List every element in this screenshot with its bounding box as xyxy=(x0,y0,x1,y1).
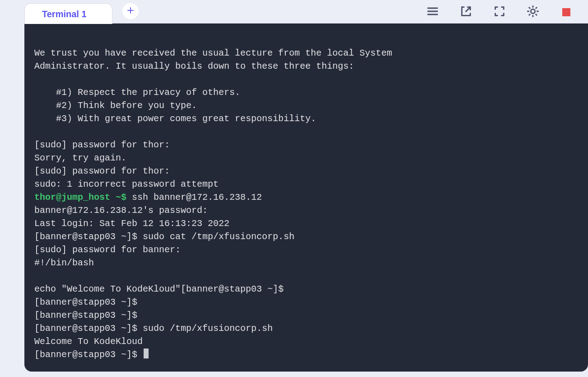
terminal-text: [banner@stapp03 ~]$ sudo /tmp/xfusioncor… xyxy=(34,323,273,334)
terminal-text: [sudo] password for banner: xyxy=(34,245,186,255)
terminal-line: [banner@stapp03 ~]$ xyxy=(34,309,578,322)
menu-button[interactable] xyxy=(425,4,441,20)
terminal-text: We trust you have received the usual lec… xyxy=(34,48,392,58)
terminal-line xyxy=(34,125,578,138)
terminal-line: Last login: Sat Feb 12 16:13:23 2022 xyxy=(34,217,578,230)
app-root: Terminal 1 xyxy=(0,0,588,377)
terminal-line: [banner@stapp03 ~]$ sudo cat /tmp/xfusio… xyxy=(34,230,578,243)
terminal-line: Sorry, try again. xyxy=(34,151,578,165)
terminal-line xyxy=(34,73,578,86)
terminal-line: Administrator. It usually boils down to … xyxy=(34,60,578,73)
terminal-line: We trust you have received the usual lec… xyxy=(34,47,578,60)
terminal-line: banner@172.16.238.12's password: xyxy=(34,204,578,217)
open-external-icon xyxy=(460,5,472,19)
terminal-line: [banner@stapp03 ~]$ xyxy=(34,348,578,361)
terminal-text: banner@172.16.238.12's password: xyxy=(34,205,213,216)
add-tab-button[interactable] xyxy=(122,3,139,19)
stop-icon xyxy=(562,8,570,16)
terminal-text: ssh banner@172.16.238.12 xyxy=(126,192,262,203)
terminal-text: [banner@stapp03 ~]$ xyxy=(34,310,143,320)
terminal-line: #3) With great power comes great respons… xyxy=(34,112,578,125)
fullscreen-button[interactable] xyxy=(491,4,508,20)
main-column: Terminal 1 xyxy=(24,0,588,377)
terminal-text: #3) With great power comes great respons… xyxy=(34,113,316,124)
theme-button[interactable] xyxy=(525,4,541,20)
terminal-line: [sudo] password for thor: xyxy=(34,165,578,178)
terminal-line: [sudo] password for thor: xyxy=(34,138,578,151)
stop-button[interactable] xyxy=(558,4,574,20)
terminal-line: Welcome To KodeKloud xyxy=(34,335,578,348)
cursor-block xyxy=(144,349,149,358)
left-gutter xyxy=(0,0,24,377)
terminal-text: [banner@stapp03 ~]$ xyxy=(34,297,143,307)
terminal-text: Administrator. It usually boils down to … xyxy=(34,61,354,71)
terminal-output[interactable]: We trust you have received the usual lec… xyxy=(24,24,588,372)
terminal-text: echo "Welcome To KodeKloud"[banner@stapp… xyxy=(34,284,289,294)
terminal-line: #!/bin/bash xyxy=(34,256,578,269)
sun-icon xyxy=(527,5,539,19)
plus-icon xyxy=(126,6,135,16)
menu-icon xyxy=(426,5,439,19)
terminal-text: #2) Think before you type. xyxy=(34,100,197,111)
terminal-line xyxy=(34,269,578,283)
toolbar-right xyxy=(425,4,583,23)
terminal-line: echo "Welcome To KodeKloud"[banner@stapp… xyxy=(34,283,578,296)
terminal-line: [banner@stapp03 ~]$ sudo /tmp/xfusioncor… xyxy=(34,322,578,335)
terminal-line xyxy=(34,33,578,47)
terminal-text: [banner@stapp03 ~]$ xyxy=(34,349,143,360)
open-external-button[interactable] xyxy=(458,4,474,20)
terminal-text: [sudo] password for thor: xyxy=(34,140,175,150)
terminal-line: sudo: 1 incorrect password attempt xyxy=(34,178,578,191)
terminal-text: Welcome To KodeKloud xyxy=(34,336,143,347)
terminal-text: #1) Respect the privacy of others. xyxy=(34,87,240,98)
terminal-text: #!/bin/bash xyxy=(34,258,94,268)
svg-point-0 xyxy=(531,9,535,13)
terminal-line: [sudo] password for banner: xyxy=(34,243,578,256)
terminal-line: [banner@stapp03 ~]$ xyxy=(34,296,578,309)
terminal-text: [banner@stapp03 ~]$ sudo cat /tmp/xfusio… xyxy=(34,231,294,242)
terminal-text: thor@jump_host ~$ xyxy=(34,192,126,203)
terminal-line: #2) Think before you type. xyxy=(34,99,578,112)
tab-bar: Terminal 1 xyxy=(24,0,588,24)
terminal-text: Sorry, try again. xyxy=(34,153,126,163)
terminal-text: Last login: Sat Feb 12 16:13:23 2022 xyxy=(34,218,229,229)
fullscreen-icon xyxy=(493,5,506,19)
terminal-text: sudo: 1 incorrect password attempt xyxy=(34,179,219,189)
terminal-wrap: We trust you have received the usual lec… xyxy=(24,24,588,377)
terminal-line: thor@jump_host ~$ ssh banner@172.16.238.… xyxy=(34,191,578,204)
terminal-text: [sudo] password for thor: xyxy=(34,166,175,176)
tab-terminal-1[interactable]: Terminal 1 xyxy=(24,3,112,24)
terminal-line: #1) Respect the privacy of others. xyxy=(34,86,578,99)
tab-label: Terminal 1 xyxy=(42,9,87,19)
